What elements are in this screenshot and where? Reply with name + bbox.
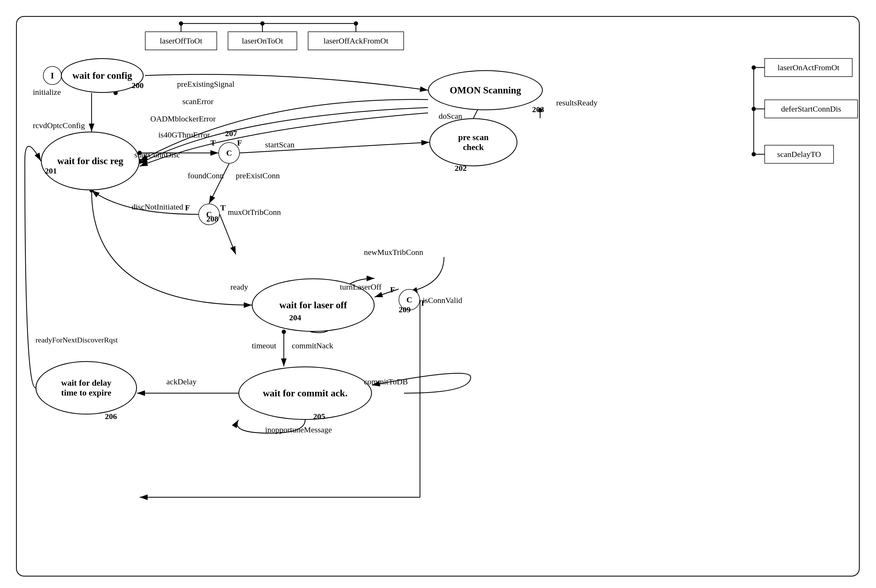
newMuxTribConn-label: newMuxTribConn: [364, 248, 423, 257]
scanDelayTO-label: scanDelayTO: [777, 150, 821, 159]
muxOtTribConn-label: muxOtTribConn: [228, 208, 281, 217]
scanError-label: scanError: [182, 97, 214, 106]
ackDelay-label: ackDelay: [166, 377, 196, 386]
omon-scanning-state: OMON Scanning: [428, 70, 543, 110]
is40GThruError-label: is40GThruError: [158, 130, 210, 140]
preExistingSignal-label: preExistingSignal: [177, 80, 234, 88]
laserOffAckFromOt-label: laserOffAckFromOt: [324, 36, 388, 45]
inopportuneMessage-label: inopportuneMessage: [265, 425, 332, 434]
wait-for-laser-off-label: wait for laser off: [279, 300, 347, 310]
initialize-text: initialize: [33, 87, 61, 97]
preExistConn-label: preExistConn: [236, 171, 280, 180]
number-206: 206: [105, 412, 117, 421]
pre-scan-check-state: pre scancheck: [429, 118, 518, 166]
laserOffToOt-box: laserOffToOt: [145, 32, 217, 50]
startConnDisc-label: startConnDisc: [134, 150, 180, 159]
F208-label: F: [185, 203, 190, 212]
svg-point-5: [260, 21, 265, 26]
initialize-label: I: [51, 71, 54, 81]
commitToDB-label: commitToDB: [364, 377, 408, 386]
svg-point-3: [179, 21, 183, 26]
isConnValid-label: isConnValid: [423, 296, 462, 305]
number-202: 202: [454, 164, 467, 173]
laserOnToOt-label: laserOnToOt: [242, 36, 283, 45]
pre-scan-check-label: pre scancheck: [458, 132, 489, 152]
number-200: 200: [132, 81, 144, 90]
number-203: 203: [532, 105, 544, 114]
diagram-container: I wait for config wait for disc reg OMON…: [16, 16, 860, 576]
laserOffToOt-label: laserOffToOt: [160, 36, 202, 45]
condition-207: C: [218, 142, 240, 164]
svg-point-7: [354, 21, 358, 26]
OADMblockerError-label: OADMblockerError: [150, 114, 216, 123]
number-208: 208: [206, 214, 218, 224]
svg-point-14: [752, 152, 756, 156]
number-201: 201: [45, 166, 57, 176]
laserOnActFromOt-label: laserOnActFromOt: [777, 63, 839, 72]
T209-label: T: [420, 298, 425, 308]
svg-line-25: [209, 164, 229, 204]
F209-label: F: [390, 285, 395, 294]
number-205: 205: [313, 412, 325, 421]
timeout-label: timeout: [252, 341, 276, 350]
foundConn-label: foundConn: [188, 171, 224, 180]
wait-for-delay-label: wait for delaytime to expire: [61, 378, 111, 398]
number-209: 209: [399, 305, 411, 314]
F207-label: F: [237, 138, 242, 147]
ready-label: ready: [230, 282, 248, 291]
wait-for-disc-reg-state: wait for disc reg: [41, 132, 140, 190]
doScan-label: doScan: [439, 112, 462, 121]
startScan-label: startScan: [265, 140, 294, 149]
deferStartConnDis-box: deferStartConnDis: [764, 99, 858, 118]
laserOnActFromOt-box: laserOnActFromOt: [764, 58, 852, 77]
readyForNextDiscoverRqst-label: readyForNextDiscoverRqst: [36, 336, 118, 344]
resultsReady-label: resultsReady: [556, 98, 597, 107]
wait-for-delay-state: wait for delaytime to expire: [36, 361, 137, 414]
number-207: 207: [225, 129, 237, 138]
wait-for-commit-ack-label: wait for commit ack.: [263, 387, 347, 399]
rcvdOptcConfig-label: rcvdOptcConfig: [33, 121, 85, 130]
wait-for-disc-reg-label: wait for disc reg: [57, 155, 123, 166]
laserOnToOt-box: laserOnToOt: [228, 32, 297, 50]
svg-point-12: [752, 107, 756, 111]
laserOffAckFromOt-box: laserOffAckFromOt: [308, 32, 404, 50]
wait-for-config-label: wait for config: [72, 70, 132, 81]
discNotInitiated-label: discNotInitiated: [132, 202, 183, 212]
initialize-state: I: [43, 66, 62, 85]
scanDelayTO-box: scanDelayTO: [764, 145, 834, 164]
svg-line-26: [220, 214, 236, 254]
T208-label: T: [220, 203, 226, 212]
svg-point-10: [752, 65, 756, 70]
omon-scanning-label: OMON Scanning: [450, 85, 521, 96]
number-204: 204: [289, 313, 301, 322]
deferStartConnDis-label: deferStartConnDis: [781, 104, 841, 113]
T207-label: T: [210, 138, 216, 147]
turnLaserOff-label: turnLaserOff: [340, 282, 381, 291]
commitNack-label: commitNack: [292, 341, 333, 350]
svg-point-31: [282, 330, 286, 334]
wait-for-config-state: wait for config: [61, 58, 144, 93]
wait-for-commit-ack-state: wait for commit ack.: [238, 366, 372, 420]
